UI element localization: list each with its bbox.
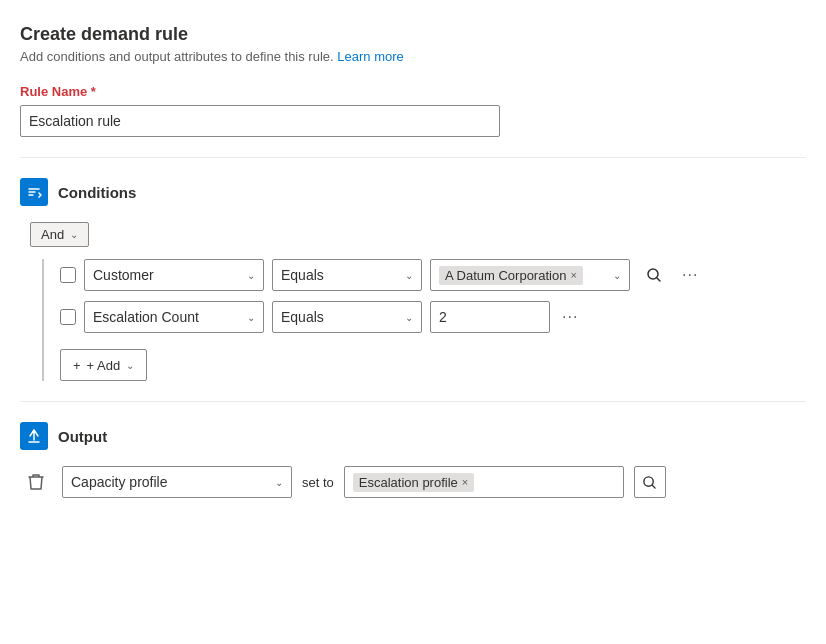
output-value-input[interactable]: Escalation profile × — [344, 466, 624, 498]
operator-chevron-2: ⌄ — [405, 312, 413, 323]
condition-row: Customer ⌄ Equals ⌄ A Datum Corporation … — [60, 259, 806, 291]
field-chevron-1: ⌄ — [247, 270, 255, 281]
conditions-icon — [20, 178, 48, 206]
svg-line-1 — [657, 278, 660, 281]
more-options-1[interactable]: ··· — [678, 266, 702, 284]
conditions-area: And ⌄ Customer ⌄ Equals ⌄ — [20, 222, 806, 381]
rule-name-section: Rule Name * — [20, 84, 806, 137]
operator-chevron-1: ⌄ — [405, 270, 413, 281]
rule-name-input[interactable] — [20, 105, 500, 137]
condition-row: Escalation Count ⌄ Equals ⌄ ··· — [60, 301, 806, 333]
output-value-tag: Escalation profile × — [353, 473, 474, 492]
logic-operator-dropdown[interactable]: And ⌄ — [30, 222, 89, 247]
conditions-header: Conditions — [20, 178, 806, 206]
output-title: Output — [58, 428, 107, 445]
output-tag-close[interactable]: × — [462, 476, 468, 488]
field-select-1[interactable]: Customer ⌄ — [84, 259, 264, 291]
capacity-profile-select[interactable]: Capacity profile ⌄ — [62, 466, 292, 498]
svg-line-4 — [653, 485, 656, 488]
value-tag-1: A Datum Corporation × — [439, 266, 583, 285]
rule-name-label: Rule Name * — [20, 84, 806, 99]
page-subtitle: Add conditions and output attributes to … — [20, 49, 806, 64]
capacity-chevron: ⌄ — [275, 477, 283, 488]
operator-select-1-value: Equals — [281, 267, 324, 283]
tag-text-1: A Datum Corporation — [445, 268, 566, 283]
learn-more-link[interactable]: Learn more — [337, 49, 403, 64]
output-section: Output Capacity profile ⌄ set to Escalat… — [20, 422, 806, 498]
more-options-2[interactable]: ··· — [558, 308, 582, 326]
value-tag-input-1[interactable]: A Datum Corporation × ⌄ — [430, 259, 630, 291]
add-chevron: ⌄ — [126, 360, 134, 371]
conditions-rows: Customer ⌄ Equals ⌄ A Datum Corporation … — [42, 259, 806, 381]
condition-checkbox-2[interactable] — [60, 309, 76, 325]
output-header: Output — [20, 422, 806, 450]
condition-checkbox-1[interactable] — [60, 267, 76, 283]
output-icon — [20, 422, 48, 450]
delete-output-button[interactable] — [20, 466, 52, 498]
page-title: Create demand rule — [20, 24, 806, 45]
capacity-profile-value: Capacity profile — [71, 474, 168, 490]
tag-close-1[interactable]: × — [570, 269, 576, 281]
operator-select-2-value: Equals — [281, 309, 324, 325]
search-button-1[interactable] — [638, 259, 670, 291]
output-area: Capacity profile ⌄ set to Escalation pro… — [20, 466, 806, 498]
field-chevron-2: ⌄ — [247, 312, 255, 323]
divider-1 — [20, 157, 806, 158]
value-input-2[interactable] — [430, 301, 550, 333]
field-select-1-value: Customer — [93, 267, 154, 283]
operator-select-1[interactable]: Equals ⌄ — [272, 259, 422, 291]
add-icon: + — [73, 358, 81, 373]
value-tag-chevron-1: ⌄ — [613, 270, 621, 281]
divider-2 — [20, 401, 806, 402]
output-tag-text: Escalation profile — [359, 475, 458, 490]
output-row: Capacity profile ⌄ set to Escalation pro… — [20, 466, 806, 498]
set-to-label: set to — [302, 475, 334, 490]
field-select-2-value: Escalation Count — [93, 309, 199, 325]
add-condition-button[interactable]: + + Add ⌄ — [60, 349, 147, 381]
conditions-section: Conditions And ⌄ Customer ⌄ Equals — [20, 178, 806, 381]
and-chevron-icon: ⌄ — [70, 229, 78, 240]
conditions-title: Conditions — [58, 184, 136, 201]
add-label: + Add — [87, 358, 121, 373]
output-search-button[interactable] — [634, 466, 666, 498]
field-select-2[interactable]: Escalation Count ⌄ — [84, 301, 264, 333]
operator-select-2[interactable]: Equals ⌄ — [272, 301, 422, 333]
